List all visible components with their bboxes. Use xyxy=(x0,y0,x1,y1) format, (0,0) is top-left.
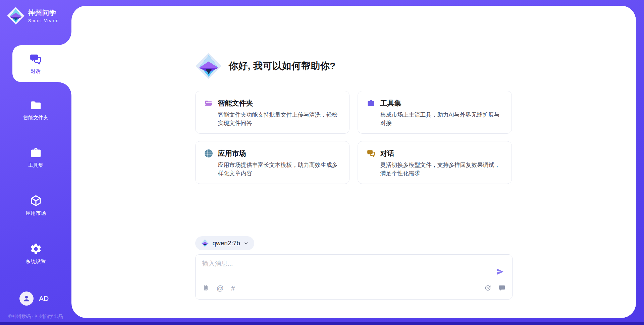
topic-button[interactable]: # xyxy=(231,284,235,292)
card-app-market[interactable]: 应用市场 应用市场提供丰富长文本模板，助力高效生成多样化文章内容 xyxy=(195,141,350,184)
mention-button[interactable]: @ xyxy=(217,284,224,292)
cube-icon xyxy=(30,194,42,207)
sidebar-item-folders[interactable]: 智能文件夹 xyxy=(0,99,71,121)
hash-icon: # xyxy=(231,284,235,291)
user-profile[interactable]: AD xyxy=(19,291,49,306)
greeting-gem-icon xyxy=(195,53,222,79)
new-chat-button[interactable] xyxy=(498,284,505,292)
feature-cards: 智能文件夹 智能文件夹功能支持批量文件上传与清洗，轻松实现文件问答 工具集 集成… xyxy=(195,91,513,184)
sidebar: 神州问学 Smart Vision 对话 智能文件夹 工具集 应用市场 系统设置… xyxy=(0,0,71,325)
brand-name: 神州问学 xyxy=(28,8,59,17)
brand-subtitle: Smart Vision xyxy=(28,18,59,23)
card-description: 智能文件夹功能支持批量文件上传与清洗，轻松实现文件问答 xyxy=(204,111,340,127)
card-title: 应用市场 xyxy=(218,149,246,158)
gear-icon xyxy=(30,243,42,255)
sidebar-item-settings[interactable]: 系统设置 xyxy=(0,243,71,265)
chevron-down-icon xyxy=(244,241,249,246)
model-gem-icon xyxy=(201,239,209,248)
history-button[interactable] xyxy=(484,284,491,292)
copyright: ©神州数码 · 神州问学出品 xyxy=(0,314,71,320)
active-tab-curve-top xyxy=(58,32,71,45)
card-toolset[interactable]: 工具集 集成市场上主流工具，助力AI与外界无缝扩展与对接 xyxy=(358,91,512,134)
sidebar-item-chat[interactable]: 对话 xyxy=(12,45,71,82)
history-icon xyxy=(484,284,491,291)
chat-icon xyxy=(367,149,375,158)
avatar xyxy=(19,291,34,306)
person-icon xyxy=(22,294,31,303)
message-composer: @ # xyxy=(195,254,513,300)
sidebar-item-label: 工具集 xyxy=(28,162,43,168)
brand-gem-icon xyxy=(7,7,25,25)
brand-logo: 神州问学 Smart Vision xyxy=(7,7,59,25)
at-icon: @ xyxy=(217,284,224,291)
sidebar-item-label: 系统设置 xyxy=(26,258,46,264)
card-chat[interactable]: 对话 灵活切换多模型文件，支持多样回复效果调试，满足个性化需求 xyxy=(358,141,512,184)
chat-bubble-icon xyxy=(498,284,505,291)
main-panel: 你好, 我可以如何帮助你? 智能文件夹 智能文件夹功能支持批量文件上传与清洗，轻… xyxy=(71,6,636,318)
greeting: 你好, 我可以如何帮助你? xyxy=(195,53,513,79)
sidebar-item-label: 应用市场 xyxy=(26,210,46,216)
briefcase-icon xyxy=(367,99,375,108)
card-title: 智能文件夹 xyxy=(218,99,253,108)
card-title: 对话 xyxy=(380,149,394,158)
folder-icon xyxy=(30,99,42,112)
card-description: 灵活切换多模型文件，支持多样回复效果调试，满足个性化需求 xyxy=(367,161,503,178)
sidebar-item-label: 对话 xyxy=(31,68,41,75)
folder-open-icon xyxy=(204,99,213,108)
attach-button[interactable] xyxy=(202,284,209,292)
sidebar-item-tools[interactable]: 工具集 xyxy=(0,146,71,169)
card-description: 集成市场上主流工具，助力AI与外界无缝扩展与对接 xyxy=(367,111,503,127)
chat-icon xyxy=(29,53,42,66)
sidebar-item-market[interactable]: 应用市场 xyxy=(0,194,71,216)
model-name: qwen2:7b xyxy=(213,240,240,247)
message-input[interactable] xyxy=(202,259,491,277)
page-bottom-strip xyxy=(0,322,644,325)
user-name: AD xyxy=(39,295,49,303)
card-smart-folders[interactable]: 智能文件夹 智能文件夹功能支持批量文件上传与清洗，轻松实现文件问答 xyxy=(195,91,350,134)
paper-plane-icon xyxy=(496,267,504,276)
sidebar-item-label: 智能文件夹 xyxy=(23,115,48,120)
briefcase-icon xyxy=(30,146,42,159)
send-button[interactable] xyxy=(495,267,505,277)
grid-icon xyxy=(204,149,213,158)
model-selector[interactable]: qwen2:7b xyxy=(195,236,254,250)
card-description: 应用市场提供丰富长文本模板，助力高效生成多样化文章内容 xyxy=(204,161,340,178)
greeting-text: 你好, 我可以如何帮助你? xyxy=(229,60,336,72)
paperclip-icon xyxy=(202,284,209,291)
card-title: 工具集 xyxy=(380,99,401,108)
active-tab-curve-bottom xyxy=(58,82,71,95)
